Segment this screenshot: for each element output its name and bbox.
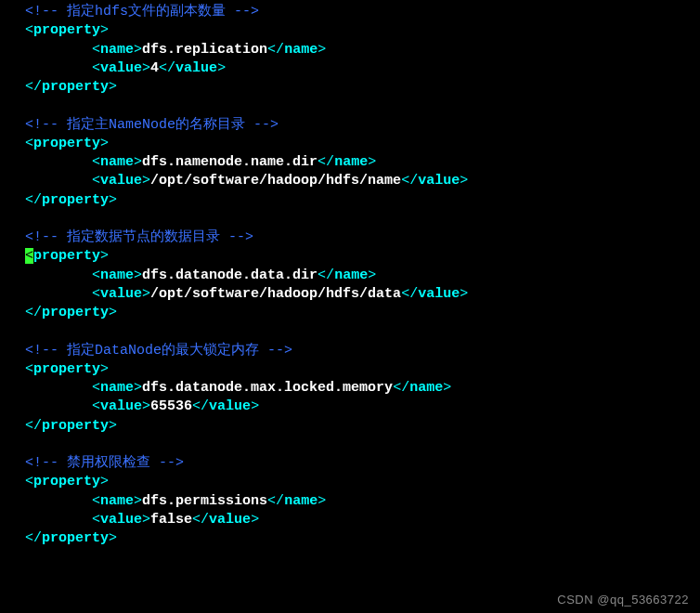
prop3-name: dfs.datanode.data.dir [142,267,318,283]
comment-open: <!-- [25,4,67,20]
comment-open: <!-- [25,229,67,245]
comment-open: <!-- [25,455,67,471]
prop2-value: /opt/software/hadoop/hdfs/name [150,173,401,189]
prop4-name: dfs.datanode.max.locked.memory [142,380,393,396]
comment-open: <!-- [25,343,67,359]
comment-close: --> [259,343,292,359]
prop1-value: 4 [150,60,159,76]
comment-open: <!-- [25,117,67,133]
tag-value-open: value [100,60,142,76]
watermark: CSDN @qq_53663722 [557,592,689,608]
comment-close: --> [226,4,259,20]
comment-close: --> [150,455,184,471]
comment-close: --> [220,229,253,245]
prop2-name: dfs.namenode.name.dir [142,154,318,170]
tag-property-close: property [42,79,109,95]
prop5-name: dfs.permissions [142,493,267,509]
cursor: < [25,248,33,264]
comment-close: --> [245,117,279,133]
prop3-value: /opt/software/hadoop/hdfs/data [150,286,401,302]
xml-code-block: <!-- 指定hdfs文件的副本数量 --> <property> <name>… [0,3,700,548]
prop1-name: dfs.replication [142,42,267,58]
prop5-value: false [150,512,192,528]
prop4-value: 65536 [150,398,192,414]
tag-name-open: name [100,42,134,58]
tag-property-open: property [33,22,100,38]
